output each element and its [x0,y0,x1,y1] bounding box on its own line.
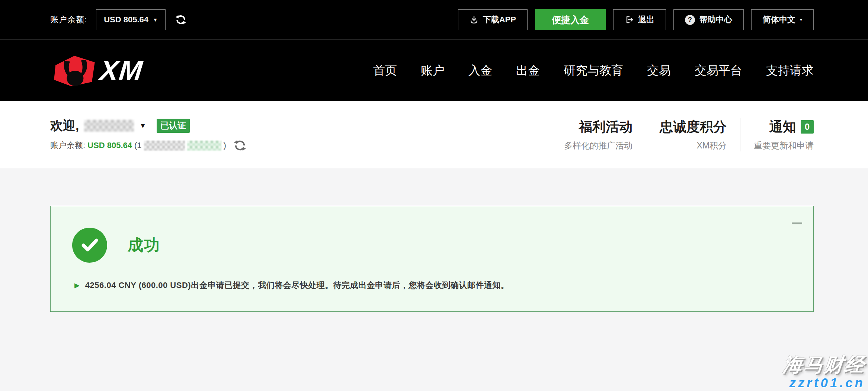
welcome-greeting: 欢迎, [50,117,79,134]
help-center-button[interactable]: ? 帮助中心 [673,9,744,30]
account-type-redacted [187,141,221,151]
question-mark-icon: ? [685,15,695,25]
main-navigation: XM 首页 账户 入金 出金 研究与教育 交易 交易平台 支持请求 [0,40,868,101]
account-menu-caret-icon[interactable]: ▼ [139,122,146,130]
nav-links: 首页 账户 入金 出金 研究与教育 交易 交易平台 支持请求 [373,63,814,79]
top-utility-bar: 账户余额: USD 805.64 ▼ 下载A [0,0,868,40]
caret-down-icon: ▼ [153,17,158,22]
stat-subtitle: XM积分 [660,140,727,151]
success-alert: 成功 ▶ 4256.04 CNY (600.00 USD)出金申请已提交，我们将… [50,206,814,312]
xm-logo-text: XM [99,57,144,84]
withdrawal-message: 4256.04 CNY (600.00 USD)出金申请已提交，我们将会尽快处理… [85,280,509,291]
account-balance-label: 账户余额: [50,14,87,25]
logout-icon [625,15,634,24]
welcome-strip: 欢迎, ▼ 已认证 账户余额: USD 805.64 (1 ) [0,101,868,168]
balance-refresh-icon[interactable] [234,139,246,152]
watermark: 海马财经 zzrt01.cn [783,354,865,390]
stat-subtitle: 重要更新和申请 [754,140,814,151]
nav-item-home[interactable]: 首页 [373,63,397,79]
stat-promotions[interactable]: 福利活动 多样化的推广活动 [551,118,646,151]
stat-notifications[interactable]: 通知 0 重要更新和申请 [740,118,814,151]
verified-badge: 已认证 [157,119,190,133]
language-selector[interactable]: 简体中文 ▾ [751,9,814,30]
balance-value: USD 805.64 [104,15,148,25]
download-icon [470,15,478,24]
account-number-close: ) [224,141,226,150]
download-app-button[interactable]: 下载APP [458,9,528,30]
notification-count-badge: 0 [801,120,814,134]
stat-loyalty-points[interactable]: 忠诚度积分 XM积分 [646,118,740,151]
nav-item-withdrawal[interactable]: 出金 [516,63,540,79]
nav-item-account[interactable]: 账户 [421,63,445,79]
logout-button[interactable]: 退出 [613,9,666,30]
collapse-button[interactable] [792,222,802,224]
stat-title: 通知 [769,118,796,136]
account-number-open: (1 [134,141,142,150]
stat-title: 福利活动 [564,118,632,136]
balance-label: 账户余额: [50,140,85,151]
caret-down-icon: ▾ [800,17,802,22]
nav-item-deposit[interactable]: 入金 [468,63,492,79]
nav-item-trading[interactable]: 交易 [647,63,671,79]
main-content: 成功 ▶ 4256.04 CNY (600.00 USD)出金申请已提交，我们将… [0,168,868,312]
bullet-triangle-icon: ▶ [74,282,80,289]
xm-logo[interactable]: XM [50,54,143,87]
success-title: 成功 [128,235,160,256]
refresh-icon[interactable] [175,14,186,25]
watermark-url: zzrt01.cn [783,375,865,390]
account-number-redacted [144,141,185,151]
quick-deposit-button[interactable]: 便捷入金 [535,9,606,30]
stat-title: 忠诚度积分 [660,118,727,136]
xm-bull-icon [50,54,98,87]
watermark-title: 海马财经 [782,354,866,375]
nav-item-support[interactable]: 支持请求 [766,63,814,79]
nav-item-platforms[interactable]: 交易平台 [695,63,742,79]
stat-subtitle: 多样化的推广活动 [564,140,632,151]
balance-selector[interactable]: USD 805.64 ▼ [96,9,166,30]
success-check-icon [72,228,107,263]
balance-value: USD 805.64 [87,141,132,150]
nav-item-research-education[interactable]: 研究与教育 [564,63,623,79]
username-redacted [84,120,134,132]
